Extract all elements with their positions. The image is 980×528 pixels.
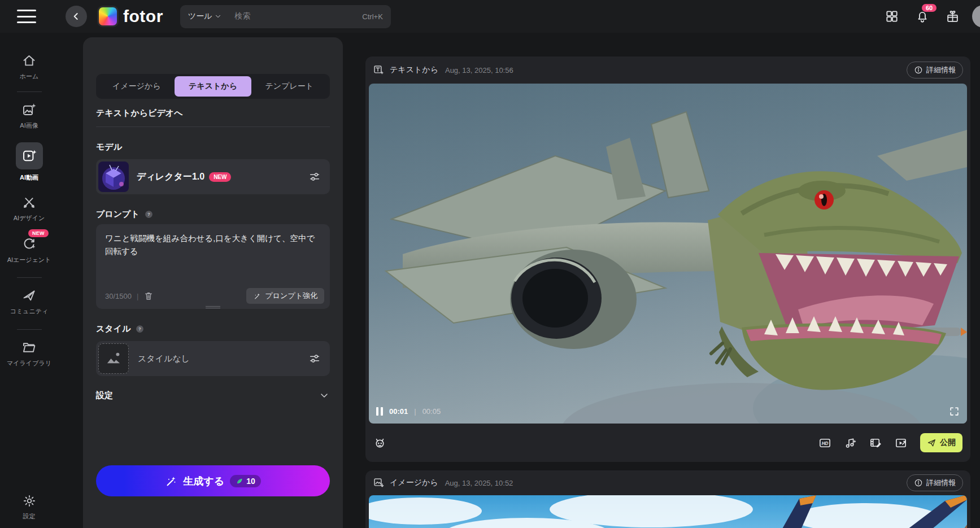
magic-wand-icon	[165, 475, 177, 487]
character-effects-icon[interactable]	[373, 437, 386, 450]
gear-icon	[22, 494, 37, 508]
home-icon	[21, 53, 37, 68]
prompt-textarea[interactable]: ワニと戦闘機を組み合わせる,口を大きく開けて、空中で回転する 30/1500 |…	[96, 224, 330, 309]
folder-icon	[21, 340, 37, 355]
credit-cost-pill: 10	[230, 475, 261, 487]
result-card-header: テキストから Aug, 13, 2025, 10:56 詳細情報	[365, 56, 970, 84]
help-icon[interactable]: ?	[135, 324, 145, 334]
topbar-actions: 60	[869, 5, 980, 28]
help-icon[interactable]: ?	[144, 210, 154, 219]
generate-button[interactable]: 生成する 10	[96, 465, 330, 496]
edit-video-icon[interactable]	[869, 437, 882, 450]
jet-sky-scene	[369, 495, 967, 528]
notification-count-badge: 60	[922, 4, 937, 12]
text-to-video-icon	[373, 64, 385, 76]
tools-dropdown[interactable]: ツール	[188, 11, 223, 21]
details-button[interactable]: 詳細情報	[907, 62, 963, 78]
model-section-label: モデル	[96, 142, 330, 152]
sidebar-item-ai-agent[interactable]: NEW AIエージェント	[5, 237, 54, 264]
apps-grid-icon[interactable]	[885, 9, 899, 24]
sidebar-item-label: AIデザイン	[5, 214, 54, 222]
result-card-image-to-video: イメージから Aug, 13, 2025, 10:52 詳細情報	[365, 470, 970, 528]
fotor-logo-text: fotor	[123, 7, 163, 26]
result-card-footer: HD 公開	[365, 424, 970, 462]
community-icon	[21, 288, 37, 303]
source-label: テキストから	[390, 65, 438, 75]
rewards-gift-icon[interactable]	[946, 10, 960, 24]
tab-from-image[interactable]: イメージから	[98, 76, 175, 97]
sidebar-item-community[interactable]: コミュニティ	[5, 288, 54, 315]
enhance-prompt-button[interactable]: プロンプト強化	[246, 288, 324, 304]
sidebar-item-label: コミュニティ	[5, 307, 54, 315]
hd-quality-icon[interactable]: HD	[818, 437, 831, 450]
model-selector[interactable]: ディレクター1.0 NEW	[96, 159, 330, 194]
fotor-logo[interactable]: fotor	[97, 6, 163, 27]
add-music-icon[interactable]	[844, 437, 857, 450]
sidebar-item-label: AI画像	[5, 121, 54, 129]
style-selector[interactable]: スタイルなし	[96, 341, 330, 376]
credit-cost: 10	[246, 477, 255, 486]
new-badge: NEW	[209, 172, 231, 182]
char-counter: 30/1500	[105, 292, 132, 300]
model-thumbnail	[98, 162, 129, 192]
divider	[96, 126, 330, 127]
details-button[interactable]: 詳細情報	[907, 474, 963, 491]
chevron-down-icon	[319, 390, 330, 401]
pause-button[interactable]	[376, 407, 383, 416]
footer-action-icons: HD	[818, 437, 908, 450]
trash-icon[interactable]	[143, 291, 154, 301]
user-avatar[interactable]	[972, 5, 980, 28]
search-bar[interactable]: ツール 検索 Ctrl+K	[180, 5, 391, 28]
style-settings-sliders-icon[interactable]	[308, 352, 321, 365]
notifications-bell-icon[interactable]: 60	[915, 9, 930, 24]
info-icon	[914, 478, 923, 487]
video-croc-jet-scene	[369, 84, 967, 424]
leaf-icon	[236, 477, 243, 485]
sparkle-wand-icon	[253, 292, 262, 300]
video-thumbnail-jet-sky[interactable]	[369, 495, 967, 528]
hamburger-menu-icon[interactable]	[17, 10, 36, 23]
image-to-video-icon	[373, 477, 385, 489]
current-time: 00:01	[389, 407, 408, 416]
svg-text:?: ?	[147, 212, 150, 217]
sidebar-item-ai-image[interactable]: AI画像	[5, 102, 54, 129]
sidebar-item-ai-video[interactable]: AI動画	[5, 142, 54, 181]
tab-template[interactable]: テンプレート	[251, 76, 328, 97]
publish-label: 公開	[940, 438, 956, 448]
chevron-down-icon	[214, 12, 222, 20]
ai-agent-icon: NEW	[21, 237, 37, 252]
generate-label: 生成する	[183, 474, 224, 488]
sidebar-divider	[17, 277, 42, 278]
sidebar-item-library[interactable]: マイライブラリ	[5, 340, 54, 367]
video-player[interactable]: 00:01 | 00:05	[369, 84, 967, 424]
search-input[interactable]: 検索	[234, 11, 362, 21]
model-settings-sliders-icon[interactable]	[308, 171, 321, 183]
publish-button[interactable]: 公開	[920, 433, 962, 452]
sidebar-item-home[interactable]: ホーム	[5, 53, 54, 80]
sidebar-item-settings[interactable]: 設定	[5, 494, 54, 520]
sidebar-divider	[17, 329, 42, 330]
settings-accordion[interactable]: 設定	[96, 390, 330, 401]
style-thumbnail	[98, 343, 129, 374]
top-bar: fotor ツール 検索 Ctrl+K 60	[0, 0, 980, 33]
prompt-footer: 30/1500 | プロンプト強化	[105, 288, 324, 304]
back-button[interactable]	[66, 6, 87, 27]
sidebar-divider	[17, 91, 42, 92]
fullscreen-icon[interactable]	[949, 406, 960, 417]
sidebar-item-ai-design[interactable]: AIデザイン	[5, 195, 54, 222]
info-icon	[914, 66, 923, 75]
tab-from-text[interactable]: テキストから	[175, 76, 251, 97]
counter-separator: |	[137, 292, 138, 300]
enhance-prompt-label: プロンプト強化	[265, 291, 317, 301]
prompt-value: ワニと戦闘機を組み合わせる,口を大きく開けて、空中で回転する	[105, 232, 321, 258]
sidebar-nav: ホーム AI画像 AI動画 AIデザイン NEW AIエージェント コミュニティ…	[0, 33, 58, 528]
export-video-icon[interactable]	[895, 437, 908, 450]
search-shortcut: Ctrl+K	[362, 12, 382, 21]
style-value: スタイルなし	[138, 354, 190, 364]
chevron-left-icon	[71, 11, 82, 22]
timestamp: Aug, 13, 2025, 10:52	[445, 479, 513, 487]
details-label: 詳細情報	[926, 478, 956, 488]
result-card-text-to-video: テキストから Aug, 13, 2025, 10:56 詳細情報	[365, 56, 970, 462]
textarea-resize-handle[interactable]	[206, 304, 220, 308]
source-label: イメージから	[390, 478, 438, 488]
